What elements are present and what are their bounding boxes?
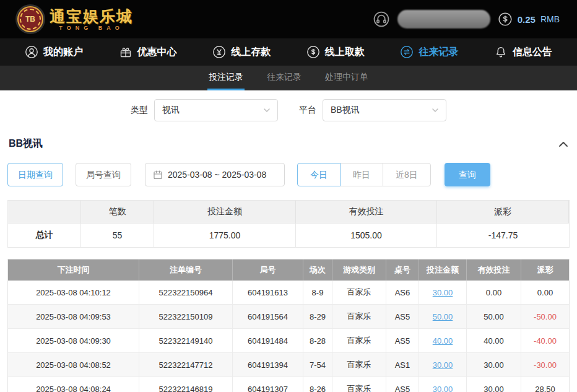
cell-game: 百家乐 [332,305,386,328]
summary-header-count: 笔数 [81,201,154,224]
cell-valid: 30.00 [467,377,521,392]
cell-table-no: AS5 [386,305,419,328]
bet-amount-link[interactable]: 50.00 [419,305,467,328]
summary-total-valid: 1505.00 [296,224,437,247]
nav-label: 信息公告 [513,46,552,59]
tab-transfer-records[interactable]: 往来记录 [266,66,303,90]
cell-round: 604191484 [233,329,303,352]
summary-header-row: 笔数 投注金额 有效投注 派彩 [8,201,569,224]
date-query-button[interactable]: 日期查询 [7,163,63,186]
dollar-icon [498,12,513,27]
calendar-icon [153,170,163,180]
summary-total-payout: -147.75 [437,224,569,247]
date-range-value: 2025-03-08 ~ 2025-03-08 [168,170,266,180]
cell-round: 604191307 [233,377,303,392]
header-round: 局号 [233,259,303,281]
nav-item-records[interactable]: 往来记录 [400,45,458,59]
cell-game: 百家乐 [332,353,386,377]
bet-amount-link[interactable]: 30.00 [419,377,467,392]
today-button[interactable]: 今日 [297,163,341,186]
casino-chip-icon: TB [17,6,43,32]
balance[interactable]: 0.25 RMB [498,12,560,27]
nav-item-promotions[interactable]: 优惠中心 [119,45,177,59]
deposit-coin-icon [212,45,226,59]
cell-order: 522322147712 [139,353,233,377]
table-row: 2025-03-08 04:08:24 522322146819 6041913… [8,377,569,392]
withdraw-coin-icon [306,45,320,59]
summary-total-bet: 1775.00 [154,224,296,247]
cell-round: 604191394 [233,353,303,377]
cell-session: 8-9 [303,281,332,304]
header-table-no: 桌号 [386,259,419,281]
header-payout: 派彩 [521,259,569,281]
sub-nav: 投注记录 往来记录 处理中订单 [0,66,577,90]
nav-item-my-account[interactable]: 我的账户 [25,45,83,59]
balance-currency: RMB [540,14,560,24]
chevron-down-icon [432,108,438,112]
logo-text: 通宝娱乐城 TONG BAO [50,8,133,31]
summary-table: 笔数 投注金额 有效投注 派彩 总计 55 1775.00 1505.00 -1… [7,200,570,248]
query-controls: 日期查询 局号查询 2025-03-08 ~ 2025-03-08 今日 昨日 … [7,163,570,186]
cell-valid: 30.00 [467,353,521,377]
logo-title: 通宝娱乐城 [50,8,133,24]
section-title: BB视讯 [9,137,43,150]
cell-time: 2025-03-08 04:08:52 [8,353,139,377]
type-select[interactable]: 视讯 [154,99,278,121]
page: TB 通宝娱乐城 TONG BAO 0.25 RMB 我的账户 [0,0,577,392]
cell-table-no: AS5 [386,377,419,392]
cell-payout: 28.50 [521,377,569,392]
table-row: 2025-03-08 04:09:53 522322150109 6041915… [8,305,569,329]
search-button[interactable]: 查询 [445,163,490,186]
cell-time: 2025-03-08 04:10:12 [8,281,139,304]
cell-time: 2025-03-08 04:09:53 [8,305,139,328]
cell-time: 2025-03-08 04:09:30 [8,329,139,352]
type-select-value: 视讯 [162,105,180,116]
chevron-up-icon[interactable] [558,141,568,147]
nav-item-withdraw[interactable]: 线上取款 [306,45,365,59]
cell-order: 522322150964 [139,281,233,304]
top-bar: TB 通宝娱乐城 TONG BAO 0.25 RMB [0,0,577,38]
balance-amount: 0.25 [518,14,536,25]
section-header: BB视讯 [7,137,570,150]
nav-item-announcements[interactable]: 信息公告 [494,45,552,59]
cell-order: 522322150109 [139,305,233,328]
cell-table-no: AS5 [386,329,419,352]
bet-amount-link[interactable]: 40.00 [419,329,467,352]
nav-label: 我的账户 [43,46,83,59]
header-valid: 有效投注 [467,259,521,281]
round-query-button[interactable]: 局号查询 [76,163,131,186]
logo[interactable]: TB 通宝娱乐城 TONG BAO [17,6,133,32]
chevron-down-icon [264,108,270,112]
service-icon[interactable] [373,11,390,28]
date-range-input[interactable]: 2025-03-08 ~ 2025-03-08 [145,163,285,186]
tab-bet-records[interactable]: 投注记录 [207,66,245,90]
nav-label: 线上取款 [325,46,365,59]
bet-amount-link[interactable]: 30.00 [419,353,467,377]
platform-select[interactable]: BB视讯 [323,99,446,121]
summary-total-count: 55 [81,224,154,247]
tab-pending-orders[interactable]: 处理中订单 [324,66,370,90]
cell-game: 百家乐 [332,281,386,304]
table-row: 2025-03-08 04:08:52 522322147712 6041913… [8,353,569,377]
nav-item-deposit[interactable]: 线上存款 [212,45,271,59]
cell-order: 522322149140 [139,329,233,352]
topbar-right: 0.25 RMB [373,10,560,28]
platform-select-value: BB视讯 [331,105,360,116]
bet-amount-link[interactable]: 30.00 [419,281,467,304]
cell-payout: -30.00 [521,353,569,377]
table-row: 2025-03-08 04:09:30 522322149140 6041914… [8,329,569,353]
transfer-records-icon [400,45,414,59]
summary-header-payout: 派彩 [437,201,569,224]
last-8-days-button[interactable]: 近8日 [383,163,431,186]
header-game: 游戏类别 [332,259,386,281]
yesterday-button[interactable]: 昨日 [340,163,383,186]
cell-valid: 0.00 [467,281,521,304]
redacted-username [397,10,490,28]
table-row: 2025-03-08 04:10:12 522322150964 6041916… [8,281,569,305]
table-body: 2025-03-08 04:10:12 522322150964 6041916… [8,281,569,392]
cell-valid: 40.00 [467,329,521,352]
cell-order: 522322146819 [139,377,233,392]
gift-icon [119,45,132,59]
cell-session: 8-29 [303,305,332,328]
nav-label: 往来记录 [419,46,458,59]
